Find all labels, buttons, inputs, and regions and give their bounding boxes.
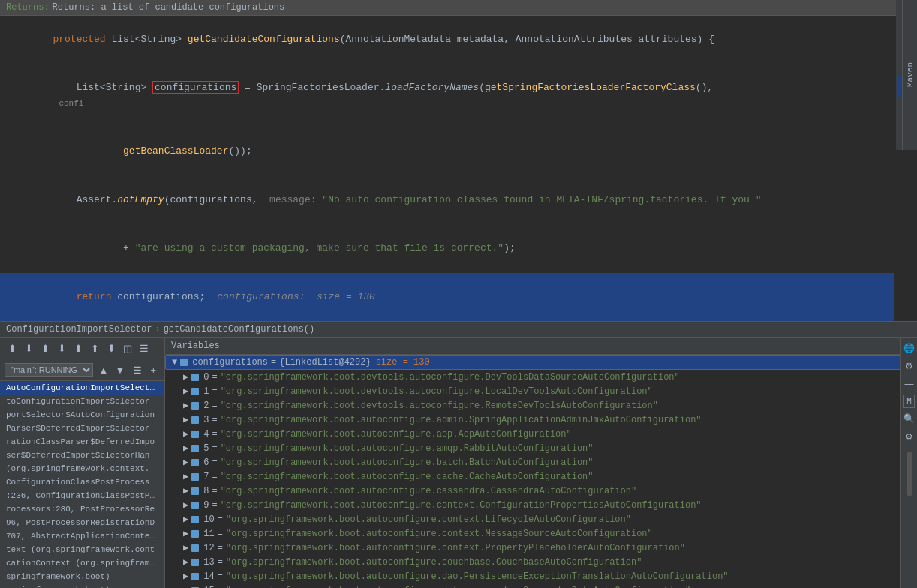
more-btn[interactable]: ☰ — [137, 340, 152, 356]
kw-return: return — [77, 291, 118, 302]
var-eq-15: = — [218, 586, 223, 588]
step-into-btn[interactable]: ⬇ — [21, 340, 36, 356]
field-icon-13 — [191, 559, 199, 566]
step-out-btn[interactable]: ⬆ — [38, 340, 53, 356]
filter-btn[interactable]: ☰ — [131, 362, 144, 377]
eq: = SpringFactoriesLoader. — [239, 82, 385, 93]
var-row-15[interactable]: ▶ 15 = "org.springframework.boot.autocon… — [165, 584, 900, 588]
stop-btn[interactable]: ⬇ — [104, 340, 119, 356]
vars-scrollbar[interactable] — [906, 450, 912, 588]
globe-icon-btn[interactable]: 🌐 — [902, 340, 917, 356]
bottom-section: ⬆ ⬇ ⬆ ⬇ ⬆ ⬆ ⬇ ◫ ☰ "main": RUNNING ▲ ▼ ☰ — [0, 338, 917, 588]
returns-label: Returns: — [6, 2, 50, 13]
stack-item-9[interactable]: rocessors:280, PostProcessorRe — [0, 502, 164, 516]
type-list2: List<String> — [77, 82, 152, 93]
var-row-8[interactable]: ▶ 8 = "org.springframework.boot.autoconf… — [165, 484, 900, 498]
code-paren1: (AnnotationMetadata metadata, Annotation… — [340, 34, 714, 45]
resume-btn[interactable]: ⬆ — [71, 340, 86, 356]
vars-scrollbar-thumb — [907, 452, 912, 496]
var-row-configurations[interactable]: ▼ configurations = {LinkedList@4292} siz… — [165, 355, 900, 370]
var-name-2: 2 — [203, 400, 209, 411]
stack-item-7[interactable]: ConfigurationClassPostProcess — [0, 476, 164, 489]
var-row-11[interactable]: ▶ 11 = "org.springframework.boot.autocon… — [165, 526, 900, 541]
var-row-2[interactable]: ▶ 2 = "org.springframework.boot.devtools… — [165, 398, 900, 412]
var-row-1[interactable]: ▶ 1 = "org.springframework.boot.devtools… — [165, 384, 900, 398]
var-name-7: 7 — [203, 472, 209, 482]
settings-icon-btn[interactable]: ⚙ — [902, 358, 917, 374]
tooltip-bar: Returns: Returns: a list of candidate co… — [0, 0, 917, 16]
frames-btn[interactable]: ◫ — [120, 340, 135, 356]
maven-tab-top[interactable]: Maven — [902, 0, 917, 150]
gear-icon-btn[interactable]: ⚙ — [902, 429, 917, 444]
var-row-3[interactable]: ▶ 3 = "org.springframework.boot.autoconf… — [165, 412, 900, 427]
variables-label: Variables — [171, 340, 220, 351]
var-name-5: 5 — [203, 443, 209, 454]
minimize-icon-btn[interactable]: — — [902, 376, 917, 392]
stack-item-13[interactable]: cationContext (org.springframew — [0, 556, 164, 570]
stack-item-1[interactable]: toConfigurationImportSelector — [0, 394, 164, 408]
stack-item-4[interactable]: rationClassParser$DeferredImpo — [0, 435, 164, 448]
assert-class: Assert. — [77, 194, 118, 206]
var-value-0: "org.springframework.boot.devtools.autoc… — [221, 372, 680, 382]
var-row-4[interactable]: ▶ 4 = "org.springframework.boot.autoconf… — [165, 427, 900, 441]
add-btn[interactable]: + — [147, 362, 161, 377]
stack-item-15[interactable]: springframework.boot) — [0, 584, 164, 588]
indent3 — [53, 146, 123, 157]
var-eq-3: = — [212, 415, 217, 425]
loadFactoryNames: loadFactoryNames — [385, 82, 479, 93]
stack-item-5[interactable]: ser$DeferredImportSelectorHan — [0, 448, 164, 462]
var-toggle-10: ▶ — [183, 514, 188, 525]
search-icon-btn[interactable]: 🔍 — [902, 411, 917, 426]
var-name-0: 0 — [203, 372, 209, 382]
var-value-6: "org.springframework.boot.autoconfigure.… — [221, 458, 594, 468]
field-icon-0 — [191, 374, 199, 381]
var-name-8: 8 — [203, 486, 209, 496]
nav-down-btn[interactable]: ▼ — [113, 362, 128, 377]
stack-item-14[interactable]: springframework.boot) — [0, 570, 164, 584]
var-row-0[interactable]: ▶ 0 = "org.springframework.boot.devtools… — [165, 370, 900, 384]
stack-item-0[interactable]: AutoConfigurationImportSelector — [0, 381, 164, 394]
var-toggle-15: ▶ — [183, 585, 188, 588]
var-name-9: 9 — [203, 500, 209, 511]
var-row-5[interactable]: ▶ 5 = "org.springframework.boot.autoconf… — [165, 441, 900, 455]
var-toggle-1: ▶ — [183, 386, 188, 397]
var-name-configurations: configurations — [192, 357, 268, 368]
stack-item-2[interactable]: portSelector$AutoConfiguration — [0, 408, 164, 422]
stack-item-12[interactable]: text (org.springframework.cont — [0, 543, 164, 556]
var-row-14[interactable]: ▶ 14 = "org.springframework.boot.autocon… — [165, 569, 900, 584]
field-icon-10 — [191, 516, 199, 524]
pause-btn[interactable]: ⬆ — [87, 340, 102, 356]
var-eq-8: = — [212, 486, 217, 496]
stack-item-6[interactable]: (org.springframework.context. — [0, 462, 164, 476]
var-value-7: "org.springframework.boot.autoconfigure.… — [221, 472, 594, 482]
var-row-10[interactable]: ▶ 10 = "org.springframework.boot.autocon… — [165, 512, 900, 526]
m-tab-btn[interactable]: M — [903, 394, 915, 408]
var-value-8: "org.springframework.boot.autoconfigure.… — [221, 486, 637, 496]
var-row-13[interactable]: ▶ 13 = "org.springframework.boot.autocon… — [165, 555, 900, 569]
stack-item-11[interactable]: 707, AbstractApplicationContext — [0, 530, 164, 543]
thread-dropdown[interactable]: "main": RUNNING — [5, 363, 93, 376]
code-args2: ( — [479, 82, 485, 93]
stack-item-8[interactable]: :236, ConfigurationClassPostPro — [0, 489, 164, 502]
stack-item-10[interactable]: 96, PostProcessorRegistrationD — [0, 516, 164, 530]
var-toggle-7: ▶ — [183, 471, 188, 482]
nav-up-btn[interactable]: ▲ — [96, 362, 111, 377]
stack-item-3[interactable]: Parser$DeferredImportSelector — [0, 422, 164, 435]
var-value-4: "org.springframework.boot.autoconfigure.… — [221, 429, 572, 440]
var-toggle-2: ▶ — [183, 400, 188, 411]
var-eq-9: = — [212, 500, 217, 511]
code-scrollbar[interactable] — [896, 0, 902, 150]
var-row-7[interactable]: ▶ 7 = "org.springframework.boot.autoconf… — [165, 470, 900, 484]
step-over-btn[interactable]: ⬆ — [5, 340, 20, 356]
var-eq-configurations: = — [271, 357, 276, 368]
var-row-9[interactable]: ▶ 9 = "org.springframework.boot.autoconf… — [165, 498, 900, 512]
var-row-12[interactable]: ▶ 12 = "org.springframework.boot.autocon… — [165, 541, 900, 555]
var-value-1: "org.springframework.boot.devtools.autoc… — [221, 386, 653, 397]
maven-label: Maven — [906, 62, 915, 87]
nav-buttons: ▲ ▼ — [96, 362, 128, 377]
var-value-2: "org.springframework.boot.devtools.autoc… — [221, 400, 658, 411]
run-btn[interactable]: ⬇ — [54, 340, 69, 356]
var-row-6[interactable]: ▶ 6 = "org.springframework.boot.autoconf… — [165, 455, 900, 470]
configurations-highlight: configurations — [152, 81, 239, 94]
far-right-panel: 🌐 ⚙ — M 🔍 ⚙ loaded. Word Book Col — [900, 338, 917, 588]
